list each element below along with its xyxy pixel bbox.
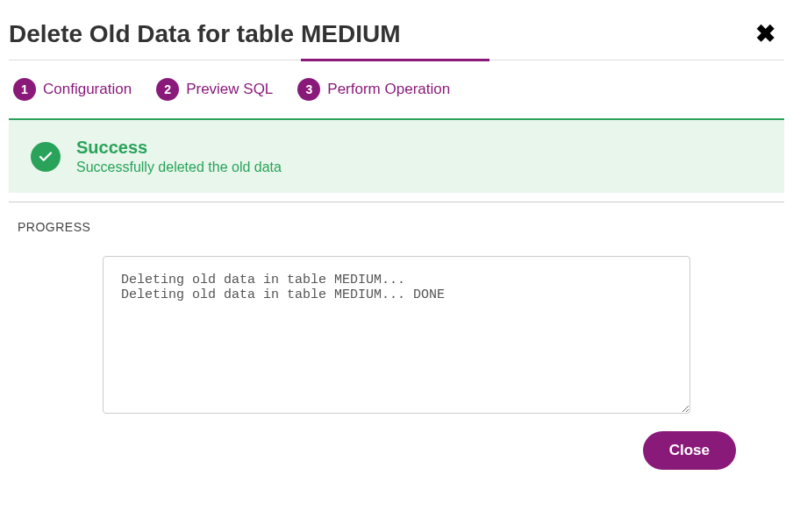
close-button[interactable]: Close [643, 431, 736, 470]
step-perform-operation[interactable]: 3 Perform Operation [297, 78, 450, 101]
success-alert: Success Successfully deleted the old dat… [9, 118, 784, 193]
alert-message: Successfully deleted the old data [76, 160, 282, 175]
progress-section-label: PROGRESS [9, 220, 784, 234]
alert-title: Success [76, 138, 282, 158]
step-label: Perform Operation [327, 81, 450, 98]
dialog-title: Delete Old Data for table MEDIUM [9, 20, 401, 48]
step-number-badge: 2 [156, 78, 179, 101]
step-preview-sql[interactable]: 2 Preview SQL [156, 78, 273, 101]
step-number-badge: 1 [13, 78, 36, 101]
check-circle-icon [31, 142, 61, 172]
progress-log[interactable] [103, 256, 690, 414]
dialog-header: Delete Old Data for table MEDIUM ✖ [9, 9, 784, 60]
step-label: Configuration [43, 81, 132, 98]
step-number-badge: 3 [297, 78, 320, 101]
wizard-steps: 1 Configuration 2 Preview SQL 3 Perform … [9, 60, 784, 118]
alert-text: Success Successfully deleted the old dat… [76, 138, 282, 175]
step-configuration[interactable]: 1 Configuration [13, 78, 132, 101]
section-divider [9, 202, 784, 202]
close-icon[interactable]: ✖ [751, 18, 780, 51]
active-step-underline [301, 59, 489, 61]
step-label: Preview SQL [186, 81, 273, 98]
progress-log-container [9, 256, 784, 414]
dialog-footer: Close [9, 414, 784, 479]
